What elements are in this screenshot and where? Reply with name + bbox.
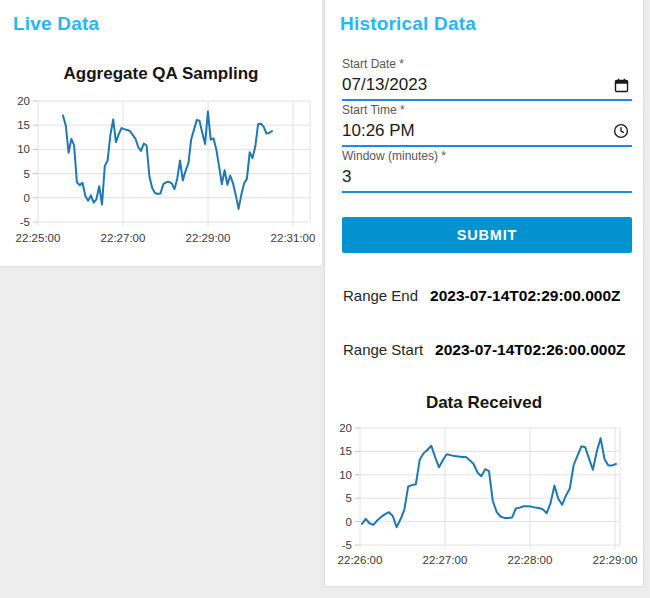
historical-chart: 20151050-522:26:0022:27:0022:28:0022:29:… [330, 418, 640, 570]
svg-text:0: 0 [346, 516, 352, 528]
start-time-label: Start Time * [342, 102, 632, 117]
svg-text:15: 15 [17, 119, 30, 131]
live-data-panel: Live Data Aggregate QA Sampling 20151050… [0, 0, 322, 266]
historical-data-heading: Historical Data [340, 13, 476, 35]
svg-text:22:29:00: 22:29:00 [186, 232, 231, 244]
start-date-field[interactable]: Start Date * 07/13/2023 [342, 56, 632, 101]
range-end-label: Range End [343, 287, 418, 304]
svg-text:22:27:00: 22:27:00 [423, 554, 468, 566]
svg-text:15: 15 [339, 445, 352, 457]
window-minutes-input[interactable]: 3 [342, 164, 632, 189]
range-start-row: Range Start 2023-07-14T02:26:00.000Z [343, 341, 625, 359]
live-data-heading: Live Data [13, 13, 99, 35]
window-minutes-field[interactable]: Window (minutes) * 3 [342, 148, 632, 193]
start-date-input[interactable]: 07/13/2023 [342, 72, 632, 97]
svg-text:22:31:00: 22:31:00 [271, 232, 315, 244]
svg-text:22:29:00: 22:29:00 [593, 554, 638, 566]
svg-text:10: 10 [17, 143, 30, 155]
start-time-field[interactable]: Start Time * 10:26 PM [342, 102, 632, 147]
start-time-input[interactable]: 10:26 PM [342, 118, 632, 143]
svg-text:20: 20 [339, 422, 352, 434]
clock-icon[interactable] [612, 122, 630, 140]
submit-button[interactable]: SUBMIT [342, 217, 632, 253]
start-date-label: Start Date * [342, 56, 632, 71]
svg-text:-5: -5 [342, 539, 352, 551]
range-start-label: Range Start [343, 341, 423, 358]
svg-text:22:26:00: 22:26:00 [338, 554, 383, 566]
window-minutes-label: Window (minutes) * [342, 148, 632, 163]
range-end-row: Range End 2023-07-14T02:29:00.000Z [343, 287, 621, 305]
svg-text:22:28:00: 22:28:00 [508, 554, 553, 566]
svg-text:5: 5 [346, 492, 352, 504]
calendar-icon[interactable] [613, 77, 630, 94]
historical-chart-title: Data Received [325, 393, 643, 413]
svg-text:-5: -5 [20, 216, 30, 228]
range-end-value: 2023-07-14T02:29:00.000Z [430, 287, 620, 305]
svg-text:10: 10 [339, 469, 352, 481]
live-chart-title: Aggregate QA Sampling [0, 64, 322, 84]
svg-text:20: 20 [17, 95, 30, 107]
svg-text:5: 5 [24, 168, 30, 180]
range-start-value: 2023-07-14T02:26:00.000Z [435, 341, 625, 359]
svg-text:22:27:00: 22:27:00 [101, 232, 146, 244]
svg-text:22:25:00: 22:25:00 [16, 232, 61, 244]
svg-text:0: 0 [24, 192, 30, 204]
live-chart: 20151050-522:25:0022:27:0022:29:0022:31:… [5, 92, 315, 250]
historical-data-panel: Historical Data Start Date * 07/13/2023 … [325, 0, 643, 586]
